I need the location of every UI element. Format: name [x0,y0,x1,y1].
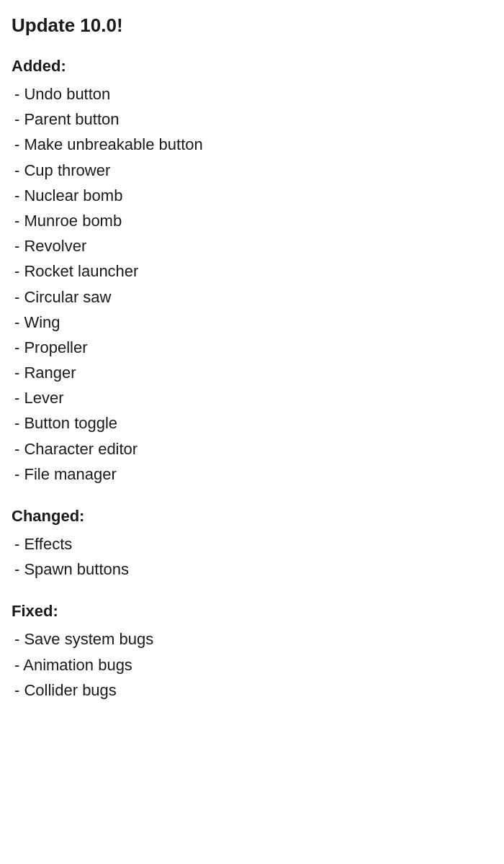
section-2-item-0: - Save system bugs [12,626,492,652]
section-0-item-7: - Rocket launcher [12,258,492,284]
section-0-item-1: - Parent button [12,107,492,132]
page-title: Update 10.0! [12,14,492,37]
section-1-item-0: - Effects [12,531,492,557]
section-0-item-9: - Wing [12,310,492,335]
section-0-item-6: - Revolver [12,233,492,258]
section-2-item-2: - Collider bugs [12,678,492,703]
section-0-item-5: - Munroe bomb [12,208,492,233]
section-0-item-10: - Propeller [12,335,492,360]
section-0-item-12: - Lever [12,385,492,410]
section-0-item-11: - Ranger [12,360,492,385]
section-2: Fixed:- Save system bugs- Animation bugs… [12,602,492,703]
section-0-item-2: - Make unbreakable button [12,132,492,157]
section-1-item-1: - Spawn buttons [12,557,492,582]
section-1: Changed:- Effects- Spawn buttons [12,507,492,582]
section-heading-1: Changed: [12,507,492,526]
section-0-item-4: - Nuclear bomb [12,183,492,208]
section-0-item-14: - Character editor [12,436,492,462]
section-0-item-0: - Undo button [12,81,492,107]
section-2-item-1: - Animation bugs [12,652,492,678]
section-heading-2: Fixed: [12,602,492,621]
section-0-item-3: - Cup thrower [12,158,492,183]
section-0-item-8: - Circular saw [12,284,492,310]
section-0-item-13: - Button toggle [12,410,492,436]
section-0-item-15: - File manager [12,462,492,487]
section-heading-0: Added: [12,57,492,76]
section-0: Added:- Undo button- Parent button- Make… [12,57,492,487]
